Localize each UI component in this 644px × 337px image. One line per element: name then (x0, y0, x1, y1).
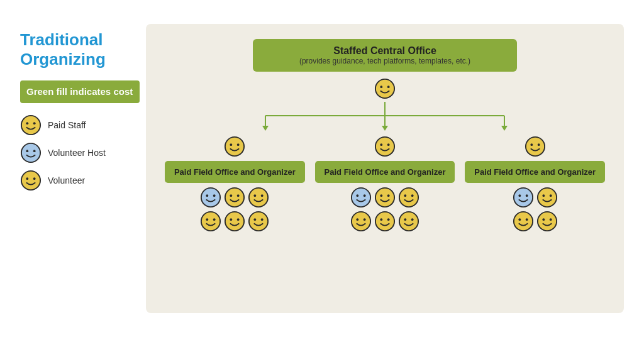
svg-point-67 (525, 194, 528, 197)
svg-point-27 (230, 194, 233, 197)
legend-item-paid-staff: Paid Staff (20, 114, 140, 136)
volunteer-row-1b (200, 211, 269, 232)
svg-point-63 (530, 143, 533, 146)
legend-item-volunteer-host: Volunteer Host (20, 142, 140, 163)
svg-point-0 (21, 116, 40, 135)
volunteer-host-icon (20, 142, 42, 163)
field-office-label-2: Paid Field Office and Organizer (325, 167, 446, 177)
svg-point-25 (213, 194, 216, 197)
svg-point-9 (375, 79, 394, 98)
svg-point-1 (26, 122, 28, 124)
volunteer-row-3a (513, 187, 558, 208)
svg-point-51 (404, 194, 406, 197)
arrow-layer (165, 102, 605, 133)
svg-point-8 (33, 177, 36, 180)
vol-2c (350, 211, 372, 232)
branch-2: Paid Field Office and Organizer (315, 136, 455, 232)
volunteer-row-1a (200, 187, 269, 208)
svg-point-4 (26, 150, 28, 152)
svg-point-29 (249, 188, 268, 207)
svg-point-37 (237, 218, 240, 221)
svg-point-65 (514, 188, 533, 207)
svg-point-70 (549, 194, 552, 197)
svg-point-76 (549, 218, 552, 221)
left-panel: Traditional Organizing Green fill indica… (20, 24, 146, 197)
svg-point-71 (514, 212, 533, 231)
svg-point-60 (404, 218, 406, 221)
svg-point-53 (352, 212, 370, 231)
top-smiley-row (374, 78, 396, 99)
branch-2-smiley (374, 136, 396, 157)
svg-point-59 (399, 212, 418, 231)
right-panel: Staffed Central Office (provides guidanc… (146, 24, 624, 313)
paid-staff-icon (20, 114, 42, 136)
svg-point-21 (230, 143, 233, 146)
svg-point-57 (380, 218, 382, 221)
svg-point-31 (261, 194, 264, 197)
svg-point-72 (518, 218, 521, 221)
svg-point-75 (542, 218, 545, 221)
volunteer-grid-3 (513, 187, 558, 232)
vol-1e (248, 211, 269, 232)
svg-point-38 (249, 212, 268, 231)
volunteer-row-2a (350, 187, 419, 208)
vol-2a (374, 187, 396, 208)
svg-point-68 (538, 188, 557, 207)
svg-point-40 (261, 218, 264, 221)
svg-point-66 (518, 194, 521, 197)
central-office-subtitle: (provides guidance, tech platforms, temp… (270, 57, 499, 65)
vol-host-3 (513, 187, 534, 208)
svg-marker-17 (382, 126, 388, 131)
branch-1-smiley (224, 136, 245, 157)
vol-2b (398, 187, 419, 208)
svg-point-69 (542, 194, 545, 197)
vol-2d (374, 211, 396, 232)
svg-point-35 (225, 212, 244, 231)
title-text: Traditional Organizing (20, 30, 140, 69)
svg-point-43 (387, 143, 390, 146)
vol-2e (398, 211, 419, 232)
svg-point-33 (206, 218, 209, 221)
volunteer-row-3b (513, 211, 558, 232)
svg-point-36 (230, 218, 233, 221)
svg-point-52 (411, 194, 414, 197)
vol-host-1 (200, 187, 221, 208)
svg-point-74 (538, 212, 557, 231)
vol-host-2 (350, 187, 372, 208)
svg-point-46 (364, 194, 366, 197)
branches-row: Paid Field Office and Organizer (165, 136, 605, 232)
svg-point-47 (375, 188, 394, 207)
field-office-box-2: Paid Field Office and Organizer (315, 161, 455, 183)
org-tree: Paid Field Office and Organizer (165, 78, 605, 232)
svg-point-42 (380, 143, 382, 146)
svg-point-32 (201, 212, 220, 231)
svg-point-7 (26, 177, 28, 180)
svg-point-30 (254, 194, 257, 197)
vol-1b (248, 187, 269, 208)
svg-point-23 (201, 188, 220, 207)
svg-point-64 (537, 143, 540, 146)
central-office-box: Staffed Central Office (provides guidanc… (253, 39, 517, 72)
legend-item-volunteer: Volunteer (20, 170, 140, 191)
field-office-label-1: Paid Field Office and Organizer (174, 167, 296, 177)
svg-point-2 (33, 122, 36, 124)
svg-point-22 (237, 143, 240, 146)
svg-point-49 (387, 194, 390, 197)
field-office-box-1: Paid Field Office and Organizer (165, 161, 305, 183)
volunteer-grid-1 (200, 187, 269, 232)
svg-point-5 (33, 150, 36, 152)
svg-point-6 (21, 171, 40, 190)
svg-point-26 (225, 188, 244, 207)
vol-1c (200, 211, 221, 232)
central-office-title: Staffed Central Office (270, 45, 499, 57)
svg-marker-19 (501, 126, 508, 131)
volunteer-label: Volunteer (48, 175, 85, 185)
svg-point-54 (356, 218, 358, 221)
paid-staff-label: Paid Staff (48, 120, 86, 130)
svg-point-62 (526, 137, 545, 156)
title: Traditional Organizing (20, 30, 140, 69)
svg-point-61 (411, 218, 414, 221)
svg-point-24 (206, 194, 209, 197)
svg-point-45 (356, 194, 358, 197)
svg-point-55 (364, 218, 366, 221)
